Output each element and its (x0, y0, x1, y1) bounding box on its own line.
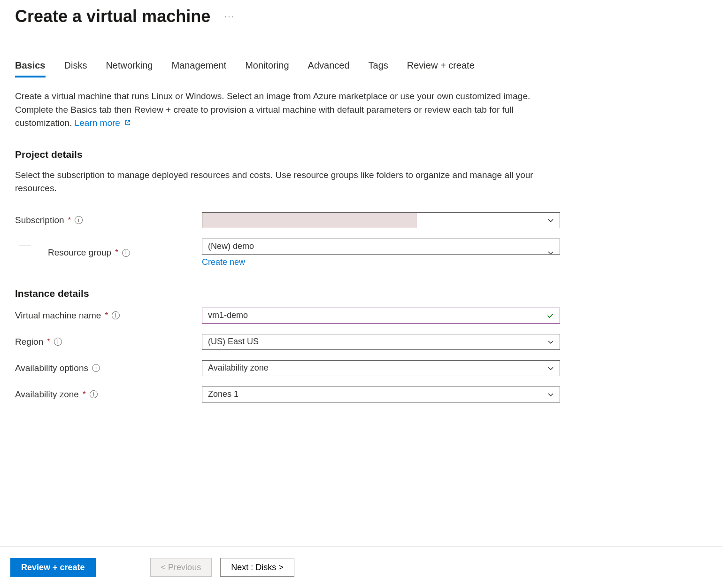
intro-text: Create a virtual machine that runs Linux… (15, 90, 555, 130)
region-label: Region (15, 337, 43, 347)
tab-review-create[interactable]: Review + create (407, 60, 475, 77)
resource-group-select[interactable]: (New) demo (202, 239, 560, 255)
external-link-icon (124, 119, 131, 126)
check-icon (546, 311, 554, 320)
info-icon[interactable]: i (112, 311, 120, 319)
required-indicator: * (105, 311, 108, 320)
tab-monitoring[interactable]: Monitoring (245, 60, 289, 77)
subscription-label: Subscription (15, 215, 64, 225)
availability-options-select[interactable]: Availability zone (202, 360, 560, 376)
tab-disks[interactable]: Disks (64, 60, 87, 77)
availability-zone-select[interactable]: Zones 1 (202, 387, 560, 402)
tab-advanced[interactable]: Advanced (308, 60, 350, 77)
info-icon[interactable]: i (122, 249, 130, 257)
footer: Review + create < Previous Next : Disks … (0, 546, 723, 588)
tabs: Basics Disks Networking Management Monit… (15, 60, 708, 77)
availability-options-label: Availability options (15, 363, 88, 373)
info-icon[interactable]: i (90, 390, 98, 398)
tree-connector (19, 229, 31, 246)
required-indicator: * (68, 216, 71, 225)
instance-details-header: Instance details (15, 288, 708, 299)
review-create-button[interactable]: Review + create (10, 558, 96, 577)
required-indicator: * (115, 248, 118, 257)
vm-name-label: Virtual machine name (15, 310, 101, 321)
required-indicator: * (83, 390, 86, 399)
resource-group-value: (New) demo (208, 241, 254, 251)
info-icon[interactable]: i (92, 364, 100, 372)
info-icon[interactable]: i (75, 216, 83, 224)
page-title: Create a virtual machine (15, 7, 210, 26)
region-value: (US) East US (208, 337, 259, 347)
resource-group-label: Resource group (48, 248, 111, 258)
project-details-desc: Select the subscription to manage deploy… (15, 169, 555, 195)
availability-zone-label: Availability zone (15, 389, 79, 400)
info-icon[interactable]: i (54, 338, 62, 346)
tab-basics[interactable]: Basics (15, 60, 46, 77)
vm-name-input[interactable] (202, 308, 560, 324)
availability-options-value: Availability zone (208, 363, 269, 373)
tab-tags[interactable]: Tags (369, 60, 388, 77)
tab-management[interactable]: Management (171, 60, 226, 77)
subscription-value-redacted (202, 213, 417, 228)
region-select[interactable]: (US) East US (202, 334, 560, 350)
project-details-header: Project details (15, 149, 708, 160)
more-icon[interactable]: ··· (224, 12, 234, 22)
previous-button: < Previous (150, 558, 212, 577)
required-indicator: * (47, 337, 50, 347)
availability-zone-value: Zones 1 (208, 389, 238, 399)
next-button[interactable]: Next : Disks > (220, 558, 294, 577)
learn-more-link[interactable]: Learn more (75, 118, 131, 128)
subscription-select[interactable] (202, 212, 560, 228)
tab-networking[interactable]: Networking (106, 60, 153, 77)
create-new-link[interactable]: Create new (202, 257, 560, 267)
